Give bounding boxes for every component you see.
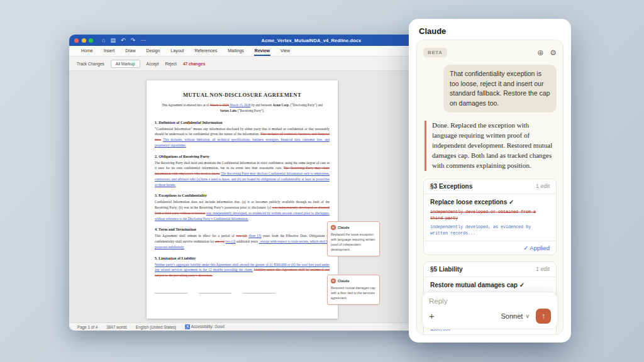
edit-card[interactable]: §3 Exceptions1 editReplace loose excepti… <box>423 178 557 255</box>
chat-header-row: BETA ⊕ ⚙ <box>423 48 557 57</box>
text-run-del: March 1, 2026 <box>210 103 229 107</box>
comment-author: Claude <box>338 279 350 283</box>
text-run-normal: additional years <box>235 239 258 243</box>
removed-text: independently developed or obtained from… <box>430 209 550 222</box>
doc-section-heading: 5. Limitation of Liability <box>155 256 330 260</box>
reply-box: + Sonnet ∨ ↑ <box>422 292 558 329</box>
text-run-normal: (“Receiving Party”). <box>236 109 264 112</box>
ribbon-tab-layout[interactable]: Layout <box>170 47 184 56</box>
attach-plus-button[interactable]: + <box>429 312 435 321</box>
text-run-bold: Vertex Labs <box>220 109 237 112</box>
ribbon-tab-design[interactable]: Design <box>146 47 161 56</box>
doc-section-heading: 4. Term and Termination <box>155 227 330 231</box>
word-count[interactable]: 3847 words <box>106 325 127 329</box>
page-indicator[interactable]: Page 1 of 4 <box>77 325 97 329</box>
claude-panel: Claude BETA ⊕ ⚙ That confidentiality exc… <box>409 19 571 343</box>
accept-button[interactable]: Accept <box>147 62 159 66</box>
claude-panel-title: Claude <box>409 19 571 41</box>
edit-action-title: Restore mutual damages cap ✓ <box>430 282 550 288</box>
accessibility-indicator[interactable]: ♿ Accessibility: Good <box>185 324 224 329</box>
text-run-normal: (“Disclosing Party”) and <box>289 103 323 107</box>
edit-count: 1 edit <box>536 183 550 189</box>
model-name: Sonnet <box>501 312 523 320</box>
comment-card[interactable]: ✳ClaudeReplaced the loose exception with… <box>327 221 380 256</box>
send-button[interactable]: ↑ <box>536 309 551 324</box>
text-run-normal: by and between <box>250 103 272 107</box>
comment-author: Claude <box>338 226 350 229</box>
new-chat-icon[interactable]: ⊕ <box>537 49 543 57</box>
text-run-ins: This includes, without limitation, all t… <box>155 138 330 147</box>
doc-section-heading: 3. Exceptions to Confidentiality <box>155 193 330 197</box>
text-run-normal: This Agreement shall remain in effect fo… <box>155 234 236 238</box>
markup-dropdown[interactable]: All Markup <box>111 60 140 68</box>
comment-text: Replaced the loose exception with langua… <box>331 232 376 252</box>
comment-header: ✳Claude <box>331 278 376 283</box>
doc-paragraph: The Receiving Party shall hold and maint… <box>155 160 330 188</box>
settings-gear-icon[interactable]: ⚙ <box>550 49 557 57</box>
chat-card: BETA ⊕ ⚙ That confidentiality exception … <box>416 40 564 335</box>
edit-card-header: §3 Exceptions1 edit <box>424 179 556 194</box>
document-title: MUTUAL NON-DISCLOSURE AGREEMENT <box>155 92 330 98</box>
document-page[interactable]: MUTUAL NON-DISCLOSURE AGREEMENT This Agr… <box>147 80 338 319</box>
edit-count: 1 edit <box>536 266 550 272</box>
doc-paragraph: Confidential Information does not includ… <box>155 199 330 221</box>
text-run-del: two (2) <box>236 234 247 238</box>
assistant-message: Done. Replaced the exception with langua… <box>425 121 554 171</box>
changes-count: 47 changes <box>183 62 205 66</box>
text-run-bold: Acme Corp. <box>272 103 289 107</box>
ribbon-tab-review[interactable]: Review <box>254 47 270 56</box>
reject-button[interactable]: Reject <box>165 62 176 66</box>
edit-action-title: Replace loose exceptions ✓ <box>430 199 550 206</box>
doc-section-heading: 2. Obligations of Receiving Party <box>155 154 330 158</box>
beta-badge: BETA <box>423 48 447 57</box>
chevron-down-icon: ∨ <box>525 313 530 319</box>
text-run-ins: March 15, 2026 <box>230 103 250 107</box>
ribbon-tab-view[interactable]: View <box>280 47 291 56</box>
edit-card-body: Replace loose exceptions ✓independently … <box>424 194 556 241</box>
doc-intro: This Agreement is entered into as of Mar… <box>160 102 324 114</box>
edit-section-label: §3 Exceptions <box>430 183 472 190</box>
comment-card[interactable]: ✳ClaudeRestored mutual damages cap with … <box>327 275 380 305</box>
ribbon-tab-references[interactable]: References <box>194 47 218 56</box>
edit-section-label: §5 Liability <box>430 266 463 273</box>
text-run-normal: This Agreement is entered into as of <box>162 103 210 107</box>
ribbon-tab-home[interactable]: Home <box>80 47 94 56</box>
doc-section-heading: 1. Definition of Confidential Informatio… <box>155 120 330 124</box>
comment-header: ✳Claude <box>331 225 376 230</box>
ribbon-tab-insert[interactable]: Insert <box>103 47 116 56</box>
ribbon-tab-mailings[interactable]: Mailings <box>227 47 245 56</box>
user-message: That confidentiality exception is too lo… <box>443 65 557 112</box>
signature-lines <box>155 288 330 293</box>
doc-paragraph: Neither party’s aggregate liability unde… <box>155 262 330 278</box>
comment-text: Restored mutual damages cap with a floor… <box>331 285 376 300</box>
track-changes-label: Track Changes <box>77 62 104 66</box>
claude-avatar-icon: ✳ <box>331 278 336 283</box>
doc-body: 1. Definition of Confidential Informatio… <box>155 120 330 278</box>
reply-input[interactable] <box>429 297 551 305</box>
claude-avatar-icon: ✳ <box>331 225 336 230</box>
edit-card-header: §5 Liability1 edit <box>424 262 556 277</box>
text-run-ins: three (3) <box>248 234 261 238</box>
model-selector[interactable]: Sonnet ∨ <box>501 312 530 320</box>
added-text: independently developed, as evidenced by… <box>430 224 550 237</box>
doc-paragraph: This Agreement shall remain in effect fo… <box>155 233 330 250</box>
ribbon-tab-draw[interactable]: Draw <box>125 47 136 56</box>
text-run-ins: two (2) <box>226 239 236 243</box>
applied-status: ✓ Applied <box>424 241 556 255</box>
doc-paragraph: “Confidential Information” means any inf… <box>155 126 330 148</box>
text-run-del: one (1) <box>215 239 225 243</box>
language-indicator[interactable]: English (United States) <box>136 325 176 329</box>
